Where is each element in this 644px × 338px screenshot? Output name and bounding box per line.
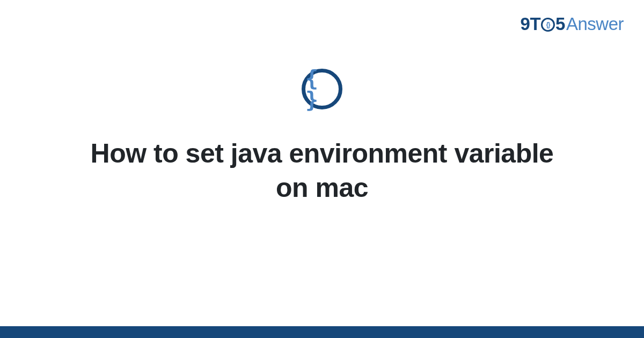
logo-braces-inner: {} bbox=[546, 21, 550, 28]
page-title: How to set java environment variable on … bbox=[80, 136, 564, 205]
logo-text-9t: 9T bbox=[521, 14, 541, 34]
main-content: { } How to set java environment variable… bbox=[0, 69, 644, 205]
logo-circle-icon: {} bbox=[541, 18, 555, 32]
logo-text-answer: Answer bbox=[566, 14, 624, 34]
footer-bar bbox=[0, 326, 644, 338]
site-logo[interactable]: 9T {} 5 Answer bbox=[521, 14, 624, 34]
logo-text-5: 5 bbox=[555, 14, 565, 34]
category-badge-icon: { } bbox=[302, 69, 342, 109]
braces-icon: { } bbox=[305, 68, 339, 111]
